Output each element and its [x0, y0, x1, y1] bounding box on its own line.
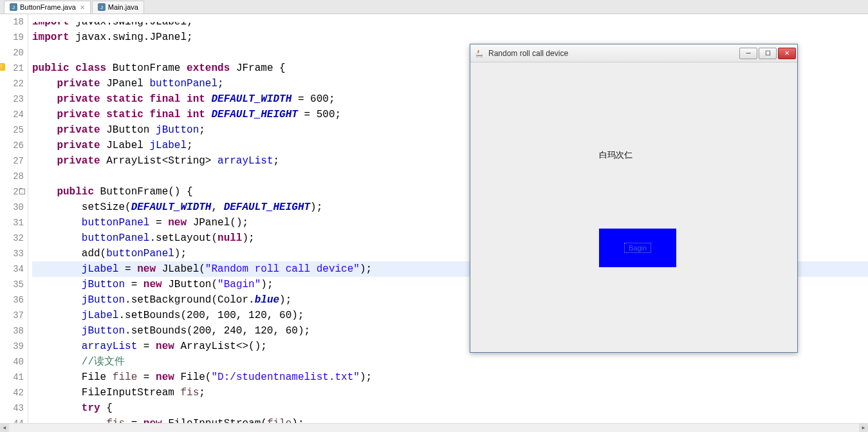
java-file-icon: J [10, 3, 17, 11]
line-number: 19 [0, 30, 24, 45]
line-number: 28 [0, 169, 24, 184]
begin-button[interactable]: Bagin [599, 229, 676, 267]
close-icon[interactable]: ✕ [80, 4, 85, 11]
code-line[interactable]: import javax.swing.JLabel; [32, 14, 868, 30]
line-number: 23 [0, 91, 24, 107]
code-line[interactable]: File file = new File("D:/studentnamelist… [32, 370, 868, 385]
line-number: 24 [0, 107, 24, 122]
line-number: 32 [0, 230, 24, 246]
name-display-label: 白玛次仁 [599, 149, 633, 161]
line-number: 29- [0, 184, 24, 200]
swing-app-window[interactable]: Random roll call device ─ ☐ ✕ 白玛次仁 Bagin [470, 44, 798, 353]
line-number: 34 [0, 261, 24, 277]
line-number: 20 [0, 45, 24, 61]
code-line[interactable]: FileInputStream fis; [32, 385, 868, 400]
line-number: 43 [0, 400, 24, 416]
line-number: 18 [0, 14, 24, 30]
line-number: 22 [0, 76, 24, 91]
line-number: 42 [0, 385, 24, 400]
tab-label: ButtonFrame.java [20, 3, 76, 11]
horizontal-scrollbar[interactable]: ◄ ► [0, 423, 868, 432]
line-number: 38 [0, 323, 24, 339]
scroll-left-arrow[interactable]: ◄ [0, 424, 9, 432]
line-number: 25 [0, 122, 24, 138]
begin-button-label: Bagin [624, 243, 651, 253]
code-line[interactable]: //读文件 [32, 354, 868, 370]
line-number: 37 [0, 308, 24, 323]
line-number: 41 [0, 370, 24, 385]
code-line[interactable]: try { [32, 400, 868, 416]
tab-main[interactable]: J Main.java [92, 1, 144, 14]
java-file-icon: J [98, 3, 106, 11]
svg-text:J: J [12, 5, 15, 10]
line-number: 36 [0, 292, 24, 308]
warning-icon[interactable]: ! [0, 63, 5, 71]
maximize-button[interactable]: ☐ [759, 48, 777, 59]
code-line[interactable]: import javax.swing.JPanel; [32, 30, 868, 45]
line-number: 21! [0, 61, 24, 76]
swing-window-title: Random roll call device [488, 49, 739, 58]
close-button[interactable]: ✕ [778, 48, 796, 59]
line-number: 40 [0, 354, 24, 370]
line-number: 35 [0, 277, 24, 292]
fold-toggle-icon[interactable]: - [19, 189, 25, 194]
svg-text:J: J [100, 5, 103, 10]
line-number: 39 [0, 339, 24, 354]
scroll-right-arrow[interactable]: ► [859, 424, 868, 432]
minimize-button[interactable]: ─ [739, 48, 757, 59]
line-number: 27 [0, 153, 24, 169]
tab-buttonframe[interactable]: J ButtonFrame.java ✕ [4, 1, 91, 14]
line-number: 26 [0, 138, 24, 153]
line-number-gutter: 18192021!2223242526272829-30313233343536… [0, 14, 28, 423]
line-number: 33 [0, 246, 24, 261]
editor-tab-bar: J ButtonFrame.java ✕ J Main.java [0, 0, 868, 14]
swing-titlebar[interactable]: Random roll call device ─ ☐ ✕ [470, 44, 797, 62]
tab-label: Main.java [108, 3, 138, 11]
window-controls: ─ ☐ ✕ [739, 48, 796, 59]
swing-content-pane: 白玛次仁 Bagin [470, 62, 797, 352]
java-app-icon [474, 48, 485, 59]
line-number: 31 [0, 215, 24, 230]
line-number: 30 [0, 200, 24, 215]
